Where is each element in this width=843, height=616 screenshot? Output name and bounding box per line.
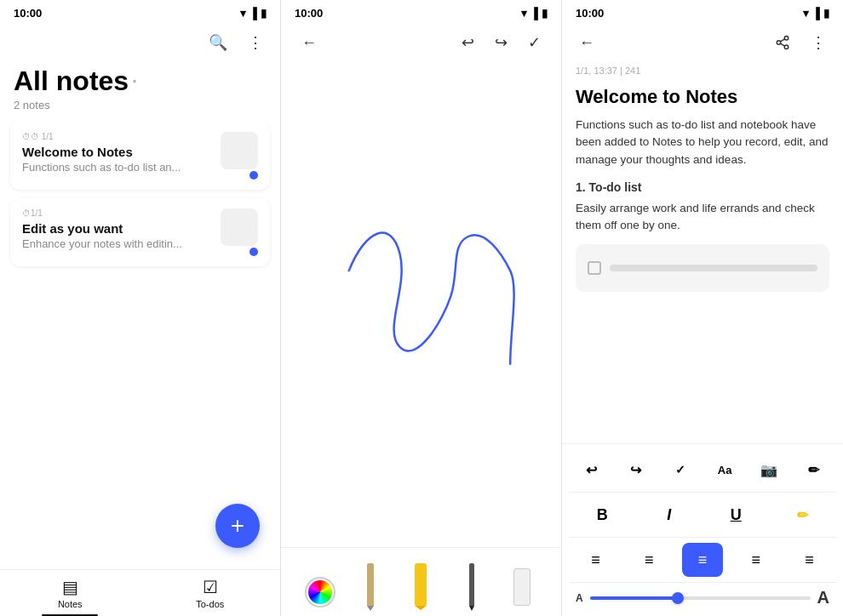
bottom-nav: ▤ Notes ☑ To-dos bbox=[0, 569, 280, 616]
right-align-btn[interactable]: ≡ bbox=[789, 543, 830, 577]
notes-count: 2 notes bbox=[0, 99, 280, 122]
redo-button-draw[interactable]: ↪ bbox=[491, 30, 511, 55]
status-time-3: 10:00 bbox=[576, 7, 604, 20]
divider-2 bbox=[569, 537, 836, 538]
note-meta-text-2: 1/1 bbox=[31, 208, 43, 218]
battery-icon-3: ▮ bbox=[823, 7, 829, 20]
bullet-list-btn[interactable]: ≡ bbox=[628, 543, 669, 577]
status-time-2: 10:00 bbox=[295, 7, 323, 20]
share-button[interactable] bbox=[771, 31, 794, 54]
list-item[interactable]: ⏱ ⏱ 1/1 Welcome to Notes Functions such … bbox=[10, 122, 270, 190]
clock-icon: ⏱ bbox=[22, 132, 31, 141]
more-button[interactable]: ⋮ bbox=[244, 30, 267, 55]
font-size-slider[interactable] bbox=[590, 596, 811, 600]
wifi-icon-2: ▾ bbox=[521, 7, 527, 20]
signal-icon-2: ▐ bbox=[530, 7, 538, 20]
status-icons-3: ▾ ▐ ▮ bbox=[803, 7, 829, 20]
signal-icon-3: ▐ bbox=[812, 7, 820, 20]
preview-checkbox bbox=[588, 261, 601, 275]
pencil-tool[interactable] bbox=[353, 558, 387, 606]
note-title-1: Welcome to Notes bbox=[22, 145, 214, 159]
draw-format-btn[interactable]: ✏ bbox=[794, 453, 834, 487]
search-button[interactable]: 🔍 bbox=[205, 30, 231, 55]
note-dot-1 bbox=[249, 171, 258, 180]
ordered-list-btn[interactable]: ≡ bbox=[575, 543, 616, 577]
drawing-tools bbox=[281, 547, 561, 616]
status-bar-1: 10:00 ▾ ▐ ▮ bbox=[0, 0, 280, 23]
slider-thumb[interactable] bbox=[672, 592, 684, 604]
format-row-2: B I U ✏ bbox=[569, 494, 836, 535]
battery-icon-2: ▮ bbox=[542, 7, 548, 20]
note-preview-1: Functions such as to-do list an... bbox=[22, 161, 201, 174]
sketch-svg bbox=[281, 62, 561, 547]
pen-tool[interactable] bbox=[455, 558, 489, 606]
nav-item-notes[interactable]: ▤ Notes bbox=[0, 577, 140, 613]
list-item[interactable]: ⏱ 1/1 Edit as you want Enhance your note… bbox=[10, 198, 270, 266]
note-intro: Functions such as to-do list and noteboo… bbox=[576, 117, 829, 168]
signal-icon: ▐ bbox=[249, 7, 257, 20]
divider-3 bbox=[569, 582, 836, 583]
panel-drawing: 10:00 ▾ ▐ ▮ ← ↩ ↪ ✓ bbox=[281, 0, 562, 616]
title-text: All notes bbox=[14, 66, 129, 97]
note-heading: Welcome to Notes bbox=[576, 86, 829, 108]
note-body: Welcome to Notes Functions such as to-do… bbox=[562, 79, 843, 443]
highlight-btn[interactable]: ✏ bbox=[783, 498, 823, 532]
more-button-note[interactable]: ⋮ bbox=[807, 30, 829, 55]
note-meta-1: ⏱ ⏱ 1/1 bbox=[22, 132, 214, 141]
note-title-2: Edit as you want bbox=[22, 221, 214, 236]
note-preview-2: Enhance your notes with editin... bbox=[22, 237, 201, 250]
format-row-3: ≡ ≡ ≡ ≡ ≡ bbox=[569, 539, 836, 580]
marker-tool[interactable] bbox=[404, 558, 438, 606]
status-icons-1: ▾ ▐ ▮ bbox=[240, 7, 267, 20]
panel-note-detail: 10:00 ▾ ▐ ▮ ← ⋮ 1/1, 13:37 | 241 Welcome… bbox=[562, 0, 843, 616]
color-picker-tool[interactable] bbox=[303, 558, 337, 606]
status-icons-2: ▾ ▐ ▮ bbox=[521, 7, 548, 20]
eraser-tool[interactable] bbox=[505, 558, 539, 606]
section-1-body: Easily arrange work and life errands and… bbox=[576, 200, 829, 235]
header-actions: 🔍 ⋮ bbox=[205, 30, 267, 55]
draw-actions: ↩ ↪ ✓ bbox=[458, 30, 544, 55]
wifi-icon: ▾ bbox=[240, 7, 246, 20]
notes-nav-icon: ▤ bbox=[62, 577, 78, 597]
status-time-1: 10:00 bbox=[14, 7, 42, 20]
drawing-canvas[interactable] bbox=[281, 62, 561, 547]
svg-line-3 bbox=[780, 43, 784, 46]
note-dot-2 bbox=[249, 248, 258, 256]
font-size-max-label: A bbox=[817, 588, 829, 607]
preview-line bbox=[610, 265, 817, 271]
font-format-btn[interactable]: Aa bbox=[704, 453, 745, 487]
svg-line-4 bbox=[780, 39, 784, 42]
underline-btn[interactable]: U bbox=[715, 498, 756, 532]
status-bar-3: 10:00 ▾ ▐ ▮ bbox=[562, 0, 843, 23]
photo-format-btn[interactable]: 📷 bbox=[748, 453, 789, 487]
font-size-min-label: A bbox=[576, 592, 583, 604]
note-header-actions: ⋮ bbox=[771, 30, 829, 55]
create-note-button[interactable]: + bbox=[215, 504, 260, 548]
clock-icon-2: ⏱ bbox=[22, 208, 31, 218]
format-row-1: ↩ ↪ ✓ Aa 📷 ✏ bbox=[569, 449, 836, 490]
note-meta-2: ⏱ 1/1 bbox=[22, 208, 214, 218]
back-button-note[interactable]: ← bbox=[576, 31, 598, 55]
panel-all-notes: 10:00 ▾ ▐ ▮ x 🔍 ⋮ All notes · 2 notes ⏱ … bbox=[0, 0, 281, 616]
italic-btn[interactable]: I bbox=[649, 498, 690, 532]
section-1-title: 1. To-do list bbox=[576, 179, 829, 197]
left-align-btn[interactable]: ≡ bbox=[736, 543, 777, 577]
undo-format-btn[interactable]: ↩ bbox=[571, 453, 611, 487]
back-button-draw[interactable]: ← bbox=[298, 31, 320, 55]
bold-btn[interactable]: B bbox=[582, 498, 622, 532]
redo-format-btn[interactable]: ↪ bbox=[615, 453, 656, 487]
draw-toolbar-header: ← ↩ ↪ ✓ bbox=[281, 23, 561, 62]
note-meta-text-1: ⏱ 1/1 bbox=[31, 132, 54, 141]
undo-button-draw[interactable]: ↩ bbox=[458, 30, 478, 55]
slider-fill bbox=[590, 596, 679, 600]
center-align-btn[interactable]: ≡ bbox=[682, 543, 723, 577]
page-title: All notes · bbox=[0, 62, 280, 99]
note-thumbnail-2 bbox=[221, 208, 258, 246]
todo-preview-card bbox=[576, 244, 829, 292]
notes-list-header: x 🔍 ⋮ bbox=[0, 23, 280, 62]
nav-item-todos[interactable]: ☑ To-dos bbox=[140, 577, 281, 613]
note-date: 1/1, 13:37 | 241 bbox=[562, 62, 843, 79]
checklist-format-btn[interactable]: ✓ bbox=[660, 453, 701, 487]
done-button-draw[interactable]: ✓ bbox=[525, 30, 544, 55]
battery-icon: ▮ bbox=[261, 7, 267, 20]
